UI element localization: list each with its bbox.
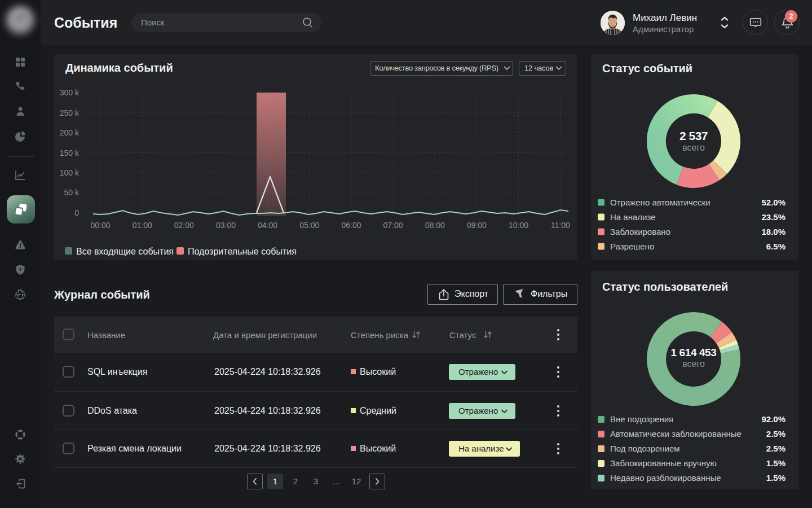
svg-text:Подозрительные события: Подозрительные события xyxy=(188,247,297,256)
svg-text:1 614 453: 1 614 453 xyxy=(671,347,717,358)
svg-text:09:00: 09:00 xyxy=(467,221,487,230)
svg-text:6.5%: 6.5% xyxy=(766,242,785,251)
svg-text:52.0%: 52.0% xyxy=(761,198,785,207)
svg-text:1.5%: 1.5% xyxy=(766,458,785,468)
svg-text:50 k: 50 k xyxy=(64,188,80,197)
svg-text:2.5%: 2.5% xyxy=(766,429,785,439)
svg-text:18.0%: 18.0% xyxy=(761,227,785,237)
svg-text:92.0%: 92.0% xyxy=(761,414,785,424)
svg-text:10:00: 10:00 xyxy=(509,221,528,230)
svg-text:Заблокировано: Заблокировано xyxy=(610,227,670,237)
svg-text:05:00: 05:00 xyxy=(299,221,319,230)
svg-text:02:00: 02:00 xyxy=(174,221,194,230)
svg-text:всего: всего xyxy=(682,143,705,152)
svg-text:Отражено автоматически: Отражено автоматически xyxy=(610,198,710,207)
svg-text:08:00: 08:00 xyxy=(425,221,445,230)
svg-text:Под подозрением: Под подозрением xyxy=(610,444,680,453)
svg-text:На анализе: На анализе xyxy=(610,212,656,222)
svg-text:Недавно разблокированные: Недавно разблокированные xyxy=(610,473,721,483)
svg-text:Вне подозрения: Вне подозрения xyxy=(610,414,673,424)
svg-text:150 k: 150 k xyxy=(60,148,80,157)
svg-text:11:00: 11:00 xyxy=(551,221,570,230)
svg-text:Автоматически заблокированные: Автоматически заблокированные xyxy=(610,429,742,439)
svg-text:300 k: 300 k xyxy=(60,88,80,97)
svg-text:01:00: 01:00 xyxy=(133,221,152,230)
svg-text:04:00: 04:00 xyxy=(258,221,277,230)
svg-text:0: 0 xyxy=(74,208,79,217)
svg-text:03:00: 03:00 xyxy=(216,221,236,230)
svg-text:1.5%: 1.5% xyxy=(766,473,785,483)
svg-text:Разрешено: Разрешено xyxy=(610,242,654,251)
svg-text:2.5%: 2.5% xyxy=(766,444,785,453)
svg-text:2 537: 2 537 xyxy=(679,129,708,142)
svg-text:00:00: 00:00 xyxy=(90,221,110,230)
svg-text:07:00: 07:00 xyxy=(383,221,403,230)
svg-text:Заблокированные вручную: Заблокированные вручную xyxy=(610,458,717,468)
svg-text:Все входящие события: Все входящие события xyxy=(76,247,174,256)
svg-text:100 k: 100 k xyxy=(60,168,80,177)
svg-text:200 k: 200 k xyxy=(60,128,80,137)
svg-text:250 k: 250 k xyxy=(60,108,80,117)
svg-text:всего: всего xyxy=(682,359,705,369)
svg-text:23.5%: 23.5% xyxy=(761,212,785,222)
svg-text:06:00: 06:00 xyxy=(341,221,361,230)
